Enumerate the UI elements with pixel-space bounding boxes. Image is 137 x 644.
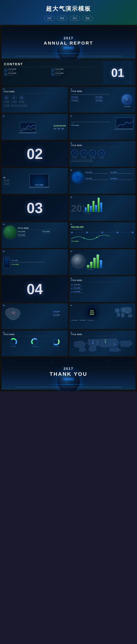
slide-03e-text: TITLE NAME Lorem ipsum dolor sit amet co…: [11, 260, 66, 265]
circle-item-1: ◎ TITLE NAME: [71, 150, 78, 158]
slide-03e-title: TITLE HERE: [11, 264, 66, 265]
gbar-2: [90, 262, 92, 268]
timeline-line: [71, 232, 133, 233]
slide-02b-text-2: Lorem ipsum dolor sit amet consectetur a…: [71, 161, 133, 162]
pct-3-val: 30%: [61, 128, 64, 129]
tag-tutorial: 教程: [57, 16, 67, 21]
content-item-text-4: TEXT NAME: [55, 74, 64, 76]
add-title: ADD TITLE HERE: [89, 310, 95, 315]
green-bars: TITLE HERE: [87, 252, 133, 270]
text-col-3: TITLE NAME Lorem ipsum dolor sit amet co…: [85, 178, 109, 183]
content-slide: CONTENT 01 TITLE NAME TEXT NAME 02 TITLE…: [2, 60, 135, 86]
slide-01b-num: 01: [70, 88, 72, 90]
svg-point-38: [118, 310, 118, 311]
text-col-4-body: Lorem ipsum dolor sit amet consectetur a…: [110, 179, 133, 180]
icon-text-1: TEXT NAME: [4, 102, 9, 103]
icon-label-1: TITLE NAME: [4, 100, 9, 102]
svg-point-29: [83, 238, 84, 238]
content-right: 01: [100, 60, 135, 86]
inner-lens: [124, 96, 130, 103]
row-01ab: 01 TITLE HERE TITLE NAME TEXT NAME: [2, 87, 135, 113]
content-dot-3: 03: [4, 72, 7, 76]
phone-line-1: [5, 261, 9, 262]
slide-04d: 04 ADD TITLE HERE: [69, 303, 135, 329]
03c-item-1-title: TITLE HERE: [18, 231, 41, 232]
grid-item-4: TITLE NAME Lorem ipsum dolor: [95, 100, 119, 102]
laptop-base-3: [29, 187, 50, 188]
grid-item-2: TITLE NAME Lorem ipsum dolor: [95, 96, 119, 99]
pct-2: 30% TEXT: [58, 128, 60, 130]
number-section: 01: [103, 62, 132, 84]
text-col-2-body: Lorem ipsum dolor sit amet consectetur a…: [110, 173, 133, 174]
slide-01a-num: 01: [3, 88, 5, 90]
grid-item-4-text: Lorem ipsum dolor: [95, 101, 119, 102]
globe-icon: [19, 95, 24, 100]
donut-item-3: TITLE NAME: [52, 338, 60, 347]
circle-3: ◎: [89, 150, 96, 157]
tdot-1: [71, 232, 73, 233]
slide-04f: 04 TITLE HERE: [69, 330, 135, 356]
cover-glow: [44, 53, 93, 54]
04d-b2: TITLE HERE: [79, 320, 86, 321]
row-03ef: 03 TITLE NAME Lorem ipsum dolor sit amet: [2, 249, 135, 275]
slide-02b-title: TITLE HERE: [71, 144, 133, 146]
svg-point-8: [66, 34, 66, 34]
04c-text2: TEXT NAME: [53, 316, 66, 317]
world-map-section: [114, 306, 133, 318]
svg-point-52: [133, 362, 134, 363]
bar-2: [87, 204, 89, 212]
bar-chart-section: TITLE HERE: [85, 202, 133, 214]
row-01cd: 01 $2,000,000,000: [2, 114, 135, 140]
tline-1: [73, 232, 86, 233]
content-item-text-3: TEXT NAME: [8, 74, 17, 76]
bar-label: TITLE HERE: [85, 213, 133, 214]
cover-title: ANNUAL REPORT: [44, 40, 93, 46]
slide-02c-text2: TEXT NAME: [4, 184, 12, 185]
vt-label-2: TITLE NAME: [73, 288, 133, 288]
slide-01a: 01 TITLE HERE TITLE NAME TEXT NAME: [2, 87, 68, 113]
slide-03e-body: Lorem ipsum dolor sit amet consectetur a…: [11, 262, 66, 263]
slide-01d-title: TITLE NAME: [71, 124, 113, 126]
svg-point-9: [114, 35, 115, 36]
slide-04f-map: [71, 338, 133, 353]
wave-chart: [71, 234, 133, 240]
slide-03d-text: Lorem ipsum dolor sit amet: [71, 229, 133, 230]
content-items: 01 TITLE NAME TEXT NAME 02 TITLE NAME TE…: [4, 68, 97, 76]
vtimeline: TITLE NAME Lorem ipsum dolor sit TITLE N…: [71, 284, 133, 294]
svg-point-37: [127, 312, 127, 312]
row-04cd: 04: [2, 303, 135, 329]
slide-03f: 03 TITLE HERE: [69, 249, 135, 275]
green-bar-row: [87, 254, 133, 268]
circle-2-icon: ◎: [83, 152, 84, 154]
slide-03e-num: 03: [3, 250, 5, 252]
bar-4: [92, 201, 94, 212]
laptop-section: [4, 122, 52, 134]
slide-02b-text-1: Lorem ipsum dolor sit amet consectetur a…: [71, 160, 133, 161]
svg-point-48: [51, 362, 52, 362]
04d-b3: TITLE HERE: [87, 320, 94, 321]
slide-03e-label: TITLE NAME: [11, 260, 66, 261]
tdot-5: [132, 232, 133, 233]
03c-item-1-text: Lorem ipsum dolor: [18, 232, 41, 234]
laptop-text: TITLE HERE: [35, 184, 44, 186]
bar-7: [100, 202, 102, 212]
text-col-2: TITLE NAME Lorem ipsum dolor sit amet co…: [110, 172, 133, 176]
phone-mock: [4, 257, 10, 268]
03c-item-3: TITLE HERE Lorem ipsum dolor: [18, 234, 41, 237]
content-item-2: 02 TITLE NAME TEXT NAME: [51, 68, 98, 72]
phone-line-2: [5, 262, 8, 264]
big-04-container: 04: [27, 282, 43, 296]
main-title: 超大气演示模板: [3, 5, 134, 13]
slide-01d-text: Lorem ipsum dolor sit amet consectetur a…: [71, 121, 113, 126]
03c-item-2: TITLE HERE Lorem ipsum dolor: [42, 231, 66, 234]
svg-point-51: [124, 358, 124, 358]
tdot-3: [101, 232, 103, 233]
slide-04b-title: TITLE HERE: [71, 280, 133, 281]
timeline: [71, 232, 133, 233]
slide-01d-num: 01: [70, 115, 72, 117]
bar-3: [90, 206, 92, 212]
slide-03c: 03 TITLE HERE TITLE HERE Lorem ipsum dol…: [2, 222, 68, 248]
content-item-title-4: TITLE NAME: [55, 72, 64, 74]
grid-item-4-label: TITLE NAME: [95, 100, 119, 101]
vt-text-2: Lorem ipsum dolor sit: [73, 288, 133, 290]
